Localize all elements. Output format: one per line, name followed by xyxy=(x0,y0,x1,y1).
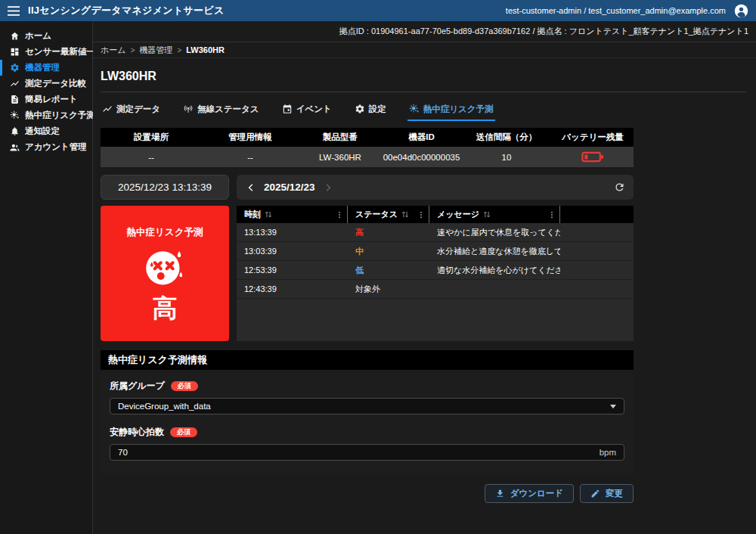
col-battery: バッテリー残量 xyxy=(552,132,634,143)
heat-icon xyxy=(409,104,420,114)
tab-label: 無線ステータス xyxy=(197,104,259,115)
device-info-header: 設置場所 管理用情報 製品型番 機器ID 送信間隔（分） バッテリー残量 xyxy=(101,128,634,147)
tab-wireless-status[interactable]: 無線ステータス xyxy=(181,97,261,121)
breadcrumb: ホーム > 機器管理 > LW360HR xyxy=(93,42,756,58)
event-message: 適切な水分補給を心がけてください xyxy=(429,265,560,276)
chevron-down-icon xyxy=(610,405,616,408)
device-admin-info: -- xyxy=(202,153,299,162)
sidebar-item-label: 通知設定 xyxy=(25,126,60,137)
column-menu-icon[interactable] xyxy=(548,210,556,219)
date-navigator: 2025/12/23 xyxy=(237,175,634,200)
report-icon xyxy=(10,95,20,104)
required-badge: 必須 xyxy=(170,427,197,437)
app-title: IIJセンシングデータマネジメントサービス xyxy=(28,4,225,17)
column-menu-icon[interactable] xyxy=(417,210,425,219)
risk-level-card: 熱中症リスク予測 高 xyxy=(101,206,229,341)
sidebar-item-sensor-latest[interactable]: センサー最新値一覧 xyxy=(0,44,92,60)
change-label: 変更 xyxy=(606,488,623,499)
change-button[interactable]: 変更 xyxy=(580,484,634,503)
risk-info-form: 所属グループ 必須 DeviceGroup_with_data 安静時心拍数 必… xyxy=(101,370,634,473)
risk-history-table: 時刻 ステータス xyxy=(237,206,634,341)
download-icon xyxy=(495,489,505,498)
download-button[interactable]: ダウンロード xyxy=(485,484,574,503)
refresh-icon[interactable] xyxy=(614,182,625,193)
menu-icon[interactable] xyxy=(8,6,20,16)
heart-rate-field: 安静時心拍数 必須 bpm xyxy=(110,426,624,461)
event-time: 13:13:39 xyxy=(237,228,348,237)
device-group-select[interactable]: DeviceGroup_with_data xyxy=(110,398,624,414)
col-interval: 送信間隔（分） xyxy=(461,132,552,143)
gear-icon xyxy=(10,63,20,73)
sidebar-item-label: ホーム xyxy=(25,30,51,42)
device-id: 00e04d0c00000035 xyxy=(382,153,461,162)
device-group-value: DeviceGroup_with_data xyxy=(118,402,211,411)
event-status: 高 xyxy=(348,227,429,238)
event-message: 水分補給と適度な休憩を徹底してください xyxy=(429,246,560,257)
risk-history-column: 2025/12/23 時刻 xyxy=(237,175,634,341)
event-status: 低 xyxy=(348,265,429,276)
tab-label: 熱中症リスク予測 xyxy=(423,104,494,115)
device-info-table: 設置場所 管理用情報 製品型番 機器ID 送信間隔（分） バッテリー残量 -- … xyxy=(101,128,634,167)
sidebar-item-home[interactable]: ホーム xyxy=(0,28,92,44)
col-status-label: ステータス xyxy=(355,209,398,220)
table-row: 13:03:39 中 水分補給と適度な休憩を徹底してください xyxy=(237,242,634,261)
download-label: ダウンロード xyxy=(510,488,563,499)
sidebar-item-label: アカウント管理 xyxy=(25,141,87,153)
antenna-icon xyxy=(183,104,194,114)
sidebar-item-label: 測定データ比較 xyxy=(25,78,86,89)
sidebar-item-notification-settings[interactable]: 通知設定 xyxy=(0,123,92,139)
tab-settings[interactable]: 設定 xyxy=(353,97,388,121)
event-message: 速やかに屋内で休息を取ってください xyxy=(429,227,560,238)
heart-rate-label: 安静時心拍数 xyxy=(110,426,164,439)
event-status: 対象外 xyxy=(348,284,429,295)
action-buttons: ダウンロード 変更 xyxy=(101,484,634,503)
tab-measurement-data[interactable]: 測定データ xyxy=(101,97,162,121)
site-info-text: 拠点ID : 01904961-aa77-70e5-bd89-d37a369b7… xyxy=(339,26,748,37)
column-menu-icon[interactable] xyxy=(336,210,343,219)
group-field: 所属グループ 必須 DeviceGroup_with_data xyxy=(110,380,624,414)
risk-card-title: 熱中症リスク予測 xyxy=(127,226,203,239)
battery-cell xyxy=(552,151,634,163)
risk-level-value: 高 xyxy=(153,296,178,321)
logged-in-user: test-customer-admin / test_customer_admi… xyxy=(506,6,726,15)
section-title: 熱中症リスク予測情報 xyxy=(101,350,634,370)
sort-icon[interactable] xyxy=(483,210,491,219)
next-day-icon[interactable] xyxy=(322,182,334,194)
table-row: 12:43:39 対象外 xyxy=(237,280,634,299)
tab-events[interactable]: イベント xyxy=(280,97,333,121)
sidebar-item-device-management[interactable]: 機器管理 xyxy=(0,60,92,76)
sidebar-item-label: センサー最新値一覧 xyxy=(25,46,104,57)
sort-icon[interactable] xyxy=(401,210,409,219)
heart-rate-control: bpm xyxy=(110,444,624,461)
bell-icon xyxy=(10,126,20,136)
account-avatar-icon[interactable] xyxy=(734,4,748,18)
tab-label: 設定 xyxy=(369,104,386,115)
sidebar-item-simple-report[interactable]: 簡易レポート xyxy=(0,92,92,107)
heart-rate-input[interactable] xyxy=(118,448,600,457)
latest-timestamp: 2025/12/23 13:13:39 xyxy=(101,175,229,200)
tab-heatstroke-risk[interactable]: 熱中症リスク予測 xyxy=(407,97,495,121)
breadcrumb-home[interactable]: ホーム xyxy=(101,45,126,56)
sidebar-item-label: 簡易レポート xyxy=(25,94,78,105)
sidebar-item-heatstroke-risk[interactable]: 熱中症リスク予測 xyxy=(0,107,92,123)
event-status: 中 xyxy=(348,246,429,257)
sidebar: ホーム センサー最新値一覧 機器管理 測定データ比較 簡易レポート 熱中症リスク… xyxy=(0,21,93,534)
breadcrumb-device-management[interactable]: 機器管理 xyxy=(139,45,172,56)
sidebar-item-data-compare[interactable]: 測定データ比較 xyxy=(0,76,92,92)
col-time-label: 時刻 xyxy=(244,209,261,220)
col-message: メッセージ xyxy=(429,206,560,223)
selected-date: 2025/12/23 xyxy=(264,182,315,193)
sidebar-item-account-management[interactable]: アカウント管理 xyxy=(0,139,92,155)
previous-day-icon[interactable] xyxy=(245,182,257,194)
heart-rate-unit: bpm xyxy=(600,448,616,457)
group-label: 所属グループ xyxy=(110,380,165,393)
sort-icon[interactable] xyxy=(265,210,272,219)
chart-icon xyxy=(10,79,20,88)
tab-label: イベント xyxy=(296,104,332,115)
dashboard-icon xyxy=(10,47,20,57)
title-divider xyxy=(101,92,746,92)
event-time: 13:03:39 xyxy=(237,247,348,256)
sidebar-item-label: 熱中症リスク予測 xyxy=(25,110,95,121)
required-badge: 必須 xyxy=(171,381,198,391)
site-info-bar: 拠点ID : 01904961-aa77-70e5-bd89-d37a369b7… xyxy=(93,21,756,42)
